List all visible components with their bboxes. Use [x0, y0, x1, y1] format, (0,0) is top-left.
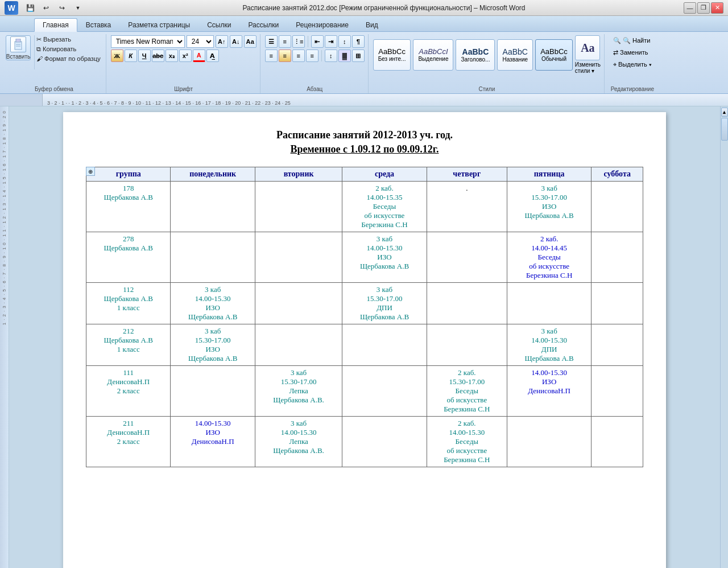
numbered-list-button[interactable]: ≡ — [279, 35, 291, 48]
select-button[interactable]: ⌖ Выделить ▾ — [609, 59, 656, 70]
style-heading1[interactable]: AaBbC Заголово... — [456, 39, 495, 71]
cell-saturday — [592, 366, 643, 417]
multilevel-list-button[interactable]: ⋮≡ — [292, 35, 305, 48]
cell-thursday: 2 каб. 15.30-17.00 Беседы об искусстве Б… — [427, 366, 507, 417]
tab-insert[interactable]: Вставка — [77, 18, 120, 31]
header-saturday: суббота — [592, 167, 643, 182]
quick-access-dropdown[interactable]: ▼ — [72, 2, 84, 14]
style-default-label: Обычный — [541, 56, 566, 62]
tab-page-layout[interactable]: Разметка страницы — [119, 18, 198, 31]
font-name-select[interactable]: Times New Roman — [111, 35, 185, 48]
header-wednesday: среда — [342, 167, 427, 182]
italic-button[interactable]: К — [125, 50, 137, 62]
tab-mailings[interactable]: Рассылки — [239, 18, 287, 31]
window-controls[interactable]: — ❐ ✕ — [684, 2, 723, 14]
save-button[interactable]: 💾 — [24, 2, 36, 14]
scroll-up-button[interactable]: ▲ — [721, 108, 728, 117]
bullet-list-button[interactable]: ☰ — [265, 35, 278, 48]
cell-tuesday — [255, 324, 342, 366]
subscript-button[interactable]: х₂ — [166, 50, 178, 62]
clear-format-button[interactable]: Аа — [244, 35, 257, 48]
cell-friday: 3 каб 14.00-15.30 ДПИ Щербакова А.В — [507, 324, 591, 366]
horizontal-ruler: 3 · 2 · 1 · · 1 · 2 · 3 · 4 · 5 · 6 · 7 … — [0, 94, 728, 106]
style-highlight-preview: AaBbCcI — [419, 47, 448, 56]
clipboard-label: Буфер обмена — [2, 86, 106, 92]
strikethrough-button[interactable]: аbc — [152, 50, 164, 62]
app-icon: W — [5, 1, 18, 15]
scroll-thumb[interactable] — [721, 118, 728, 141]
cell-saturday — [592, 324, 643, 366]
tab-home[interactable]: Главная — [34, 18, 77, 32]
bold-button[interactable]: Ж — [111, 50, 123, 62]
style-normal-label: Без инте... — [378, 56, 406, 62]
cell-friday: 14.00-15.30 ИЗО ДенисоваН.П — [507, 366, 591, 417]
table-row: 111 ДенисоваН.П 2 класс 3 каб 15.30-17.0… — [86, 366, 643, 417]
decrease-indent-button[interactable]: ⇤ — [311, 35, 324, 48]
borders-button[interactable]: ⊞ — [352, 50, 365, 62]
align-center-button[interactable]: ≡ — [279, 50, 291, 62]
font-row2: Ж К Ч аbc х₂ х² А А̲ — [111, 50, 257, 62]
tab-references[interactable]: Ссылки — [198, 18, 239, 31]
find-button[interactable]: 🔍 🔍 Найти — [609, 35, 656, 46]
table-row: 112 Щербакова А.В 1 класс 3 каб 14.00-15… — [86, 283, 643, 324]
line-spacing-button[interactable]: ↕ — [325, 50, 337, 62]
cell-group: 211 ДенисоваН.П 2 класс — [86, 417, 171, 467]
cell-saturday — [592, 182, 643, 232]
align-right-button[interactable]: ≡ — [292, 50, 305, 62]
grow-font-button[interactable]: A↑ — [216, 35, 228, 48]
svg-rect-1 — [16, 39, 20, 42]
table-row: 278 Щербакова А.В 3 каб 14.00-15.30 ИЗО … — [86, 232, 643, 283]
highlight-button[interactable]: А̲ — [206, 50, 219, 62]
undo-button[interactable]: ↩ — [40, 2, 52, 14]
paste-icon — [10, 36, 26, 52]
replace-button[interactable]: ⇄ Заменить — [609, 47, 656, 58]
shrink-font-button[interactable]: A↓ — [230, 35, 242, 48]
list-buttons: ☰ ≡ ⋮≡ ⇤ ⇥ ↕ ¶ — [265, 35, 365, 48]
cut-button[interactable]: ✂ Вырезать — [35, 35, 102, 44]
title-bar: W 💾 ↩ ↪ ▼ Расписание занятий 2012.doc [Р… — [0, 0, 728, 16]
document-subtitle: Временное с 1.09.12 по 09.09.12г. — [86, 143, 643, 155]
sort-button[interactable]: ↕ — [338, 35, 351, 48]
format-painter-button[interactable]: 🖌 Формат по образцу — [35, 55, 102, 63]
restore-button[interactable]: ❐ — [697, 2, 710, 14]
increase-indent-button[interactable]: ⇥ — [325, 35, 337, 48]
style-heading1-label: Заголово... — [461, 56, 490, 63]
redo-button[interactable]: ↪ — [56, 2, 68, 14]
scrollbar[interactable]: ▲ — [720, 106, 728, 568]
style-title-label: Название — [502, 56, 528, 63]
cell-wednesday — [342, 324, 427, 366]
style-title-preview: AaBbC — [503, 47, 528, 56]
tab-review[interactable]: Рецензирование — [287, 18, 357, 31]
table-row: 212 Щербакова А.В 1 класс 3 каб 15.30-17… — [86, 324, 643, 366]
style-title[interactable]: AaBbC Название — [497, 39, 533, 71]
justify-button[interactable]: ≡ — [306, 50, 318, 62]
align-buttons: ≡ ≡ ≡ ≡ ↕ ▓ ⊞ — [265, 50, 365, 62]
styles-content: AaBbCc Без инте... AaBbCcI Выделение AaB… — [373, 35, 601, 83]
superscript-button[interactable]: х² — [179, 50, 192, 62]
close-button[interactable]: ✕ — [711, 2, 723, 14]
ribbon-tabs: Главная Вставка Разметка страницы Ссылки… — [0, 16, 728, 32]
cell-wednesday: 2 каб. 14.00-15.35 Беседы об искусстве Б… — [342, 182, 427, 232]
editing-content: 🔍 🔍 Найти ⇄ Заменить ⌖ Выделить ▾ — [609, 35, 656, 79]
paste-button[interactable]: Вставить — [6, 35, 31, 60]
cell-wednesday — [342, 366, 427, 417]
cell-monday: 3 каб 15.30-17.00 ИЗО Щербакова А.В — [171, 324, 255, 366]
underline-button[interactable]: Ч — [138, 50, 151, 62]
align-left-button[interactable]: ≡ — [265, 50, 278, 62]
style-highlight[interactable]: AaBbCcI Выделение — [413, 39, 453, 71]
font-color-button[interactable]: А — [193, 50, 205, 62]
font-size-select[interactable]: 24 — [187, 35, 214, 48]
change-styles-button[interactable]: Aa Изменитьстили ▾ — [575, 35, 601, 74]
copy-button[interactable]: ⧉ Копировать — [35, 45, 102, 53]
style-default-preview: AaBbCc — [540, 47, 568, 56]
minimize-button[interactable]: — — [684, 2, 696, 14]
table-move-handle[interactable]: ⊕ — [86, 167, 95, 176]
style-normal[interactable]: AaBbCc Без инте... — [373, 39, 411, 71]
show-hide-button[interactable]: ¶ — [352, 35, 365, 48]
shading-button[interactable]: ▓ — [338, 50, 351, 62]
font-group-label: Шрифт — [107, 86, 260, 92]
ribbon: Главная Вставка Разметка страницы Ссылки… — [0, 16, 728, 94]
tab-view[interactable]: Вид — [357, 18, 387, 31]
style-default[interactable]: AaBbCc Обычный — [535, 39, 573, 71]
document-area[interactable]: Расписание занятий 2012-2013 уч. год. Вр… — [9, 106, 720, 568]
